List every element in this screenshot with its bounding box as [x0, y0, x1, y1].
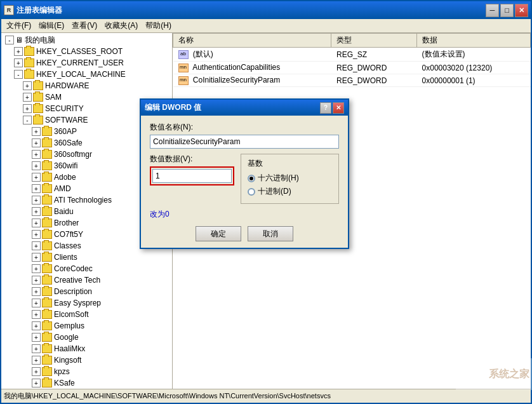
dialog-help-button[interactable]: ? [320, 102, 331, 114]
hex-radio-row: 十六进制(H) [248, 173, 332, 184]
base-label: 基数 [248, 158, 332, 169]
hex-label: 十六进制(H) [258, 173, 299, 184]
dec-radio-row: 十进制(D) [248, 186, 332, 197]
dec-radio-button[interactable] [248, 188, 255, 196]
change-hint: 改为0 [150, 209, 339, 220]
data-label: 数值数据(V): [150, 154, 234, 165]
dialog-close-button[interactable]: ✕ [333, 102, 344, 114]
cancel-button[interactable]: 取消 [248, 226, 293, 241]
modal-overlay: 编辑 DWORD 值 ? ✕ 数值名称(N): 数值数据(V): [0, 0, 532, 404]
name-input[interactable] [150, 135, 339, 149]
dec-label: 十进制(D) [258, 186, 291, 197]
dialog-title-text: 编辑 DWORD 值 [145, 102, 319, 113]
data-base-row: 数值数据(V): 基数 十六进制(H) [150, 154, 339, 204]
dialog-content: 数值名称(N): 数值数据(V): 基数 [141, 116, 348, 248]
data-input-border [150, 166, 234, 185]
data-input[interactable] [152, 169, 232, 183]
edit-dword-dialog: 编辑 DWORD 值 ? ✕ 数值名称(N): 数值数据(V): [140, 98, 349, 249]
ok-button[interactable]: 确定 [196, 226, 241, 241]
dialog-title-bar: 编辑 DWORD 值 ? ✕ [141, 100, 348, 116]
name-field-row: 数值名称(N): [150, 122, 339, 149]
dialog-buttons: 确定 取消 [150, 226, 339, 241]
name-label: 数值名称(N): [150, 122, 339, 133]
base-radio-group: 基数 十六进制(H) 十进制(D) [241, 154, 339, 204]
data-field-container: 数值数据(V): [150, 154, 234, 204]
hex-radio-button[interactable] [248, 175, 255, 182]
